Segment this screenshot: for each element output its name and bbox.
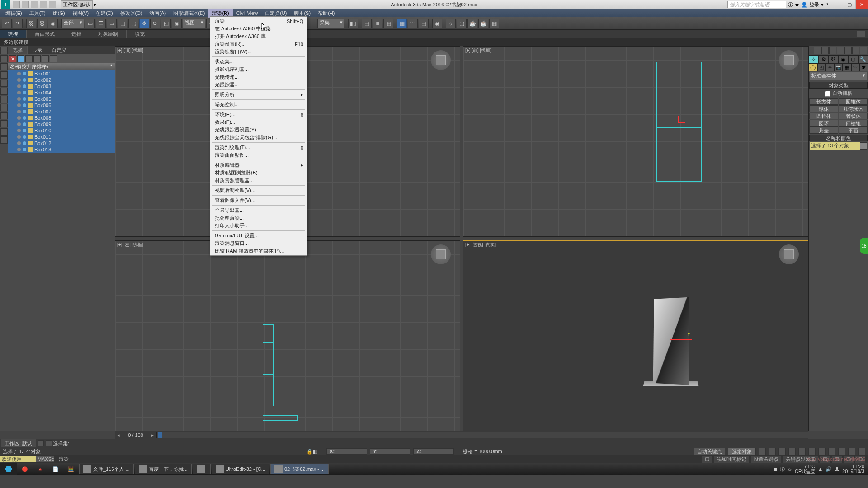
viewport-label[interactable]: [+] [顶] [线框] [117, 47, 143, 54]
iso-icon[interactable]: ◧ [313, 449, 317, 455]
visibility-icon[interactable] [17, 129, 21, 132]
bind-button[interactable]: ◉ [48, 19, 58, 28]
menu-item[interactable]: 光线跟踪全局包含/排除(G)... [210, 134, 307, 141]
menu-item[interactable]: 视图(V) [69, 9, 93, 18]
unlink-button[interactable]: ⛓ [37, 19, 47, 28]
viewport-left[interactable]: [+] [左] [线框] [115, 240, 460, 431]
material-editor-button[interactable]: ◉ [432, 19, 442, 28]
display-space-icon[interactable] [0, 96, 8, 103]
select-object-button[interactable]: ⬚ [128, 19, 138, 28]
menu-item[interactable]: 渲染Shift+Q [210, 17, 307, 25]
primitive-button[interactable]: 圆锥体 [839, 98, 868, 105]
user-icon[interactable]: 👤 [801, 2, 807, 8]
layer-icon[interactable] [38, 440, 44, 446]
render-frame-button[interactable]: ▢ [457, 19, 467, 28]
menu-item[interactable]: Civil View [233, 9, 261, 17]
scene-item[interactable]: Box005 [8, 96, 115, 102]
motion-tab[interactable]: ◉ [838, 55, 848, 63]
menu-item[interactable]: 状态集... [210, 58, 307, 66]
menu-item[interactable]: 全景导出器... [210, 206, 307, 214]
viewcube[interactable] [779, 244, 799, 264]
taskbar-task[interactable]: UltraEdit-32 - [C... [212, 464, 269, 474]
ribbon-tab[interactable]: 选择 [63, 30, 90, 38]
taskbar-pin-icon[interactable]: 📄 [48, 464, 63, 474]
geometry-subtab[interactable]: ◯ [809, 63, 817, 71]
scene-item[interactable]: Box003 [8, 83, 115, 89]
visibility-icon[interactable] [17, 110, 21, 113]
primitive-button[interactable]: 几何球体 [839, 105, 868, 112]
menu-item[interactable]: 曝光控制... [210, 101, 307, 108]
scale-button[interactable]: ◱ [161, 19, 171, 28]
visibility-icon[interactable] [17, 91, 21, 94]
menu-item[interactable]: 光能传递... [210, 73, 307, 81]
taskbar-pin-icon[interactable]: 🧮 [64, 464, 78, 474]
menu-item[interactable]: 效果(F)... [210, 118, 307, 126]
menu-item[interactable]: 在 Autodesk A360 中渲染 [210, 25, 307, 33]
render-iter-button[interactable]: ▦ [489, 19, 499, 28]
menu-item[interactable]: 渲染消息窗口... [210, 239, 307, 247]
tray-icon[interactable]: ◼ [773, 466, 777, 472]
display-light-icon[interactable] [0, 71, 8, 79]
window-crossing-button[interactable]: ◫ [118, 19, 127, 28]
tray-network-icon[interactable]: 🖧 [835, 466, 840, 472]
time-config-button[interactable] [818, 448, 826, 455]
freeze-icon[interactable] [23, 148, 26, 151]
visibility-icon[interactable] [17, 84, 21, 88]
menu-item[interactable]: 渲染曲面贴图... [210, 151, 307, 159]
schematic-button[interactable]: ▤ [419, 19, 429, 28]
setkey-button[interactable]: 设置关键点 [751, 456, 781, 463]
visibility-icon[interactable] [17, 72, 21, 75]
display-tab[interactable]: ▢ [848, 55, 858, 63]
ref-coord-combo[interactable]: 视图 [183, 19, 205, 28]
scene-item[interactable]: Box009 [8, 121, 115, 127]
play-button[interactable] [778, 448, 786, 455]
taskbar-task[interactable]: 文件_115个人 ... [79, 464, 134, 474]
maxscript-badge[interactable]: MAXSc [36, 456, 54, 462]
selection-filter-combo[interactable]: 全部 [61, 19, 84, 28]
cameras-subtab[interactable]: 📷 [834, 63, 843, 71]
menu-item[interactable]: 动画(A) [146, 9, 170, 18]
help-icon[interactable]: ? [826, 2, 828, 7]
freeze-icon[interactable] [23, 84, 26, 88]
visibility-icon[interactable] [17, 141, 21, 145]
freeze-icon[interactable] [23, 135, 26, 139]
info-icon[interactable]: ⓘ [788, 1, 793, 8]
side-widget[interactable]: 18 [860, 238, 868, 254]
workspace-tag[interactable]: 工作区: 默认 [1, 439, 36, 448]
scene-column-header[interactable]: 名称(按升序排序) [8, 63, 115, 70]
named-selection-combo[interactable]: 采集 [317, 19, 344, 28]
start-button[interactable] [0, 463, 17, 475]
scene-item[interactable]: Box012 [8, 140, 115, 146]
undo-button[interactable]: ↶ [2, 19, 12, 28]
workspace-selector[interactable]: 工作区: 默认 ▾ [61, 0, 96, 9]
lock-icon[interactable]: 🔒 [307, 449, 313, 455]
shapes-subtab[interactable]: ◰ [817, 63, 826, 71]
visibility-icon[interactable] [17, 148, 21, 151]
modify-tab[interactable]: ⚙ [819, 55, 829, 63]
lights-subtab[interactable]: ☀ [826, 63, 834, 71]
nav-icon[interactable] [837, 47, 844, 54]
menu-item[interactable]: 修改器(O) [117, 9, 146, 18]
scene-item[interactable]: Box002 [8, 77, 115, 83]
scene-item[interactable]: Box011 [8, 134, 115, 140]
tray-icon[interactable]: ⓘ [780, 466, 785, 473]
qat-redo-icon[interactable] [49, 1, 56, 8]
hierarchy-tab[interactable]: ⛓ [829, 55, 839, 63]
qat-undo-icon[interactable] [40, 1, 47, 8]
visibility-icon[interactable] [17, 78, 21, 82]
freeze-icon[interactable] [23, 97, 26, 101]
menu-item[interactable]: 材质/贴图浏览器(B)... [210, 169, 307, 177]
rotate-button[interactable]: ⟳ [150, 19, 160, 28]
maximize-button[interactable]: ▢ [843, 0, 855, 9]
primitive-button[interactable]: 圆环 [809, 120, 838, 127]
autogrid-checkbox[interactable]: 自动栅格 [809, 89, 868, 98]
qat-new-icon[interactable] [13, 1, 20, 8]
taskbar-pin-icon[interactable]: 🔴 [18, 464, 32, 474]
collapse-icon[interactable]: ▾ [821, 2, 824, 8]
align-button[interactable]: ▤ [362, 19, 372, 28]
scene-item[interactable]: Box006 [8, 102, 115, 108]
link-button[interactable]: ⛓ [26, 19, 36, 28]
viewport-label[interactable]: [+] [前] [线框] [465, 47, 491, 54]
timeline-prev-icon[interactable]: ◂ [115, 432, 122, 438]
goto-start-button[interactable] [759, 448, 766, 455]
